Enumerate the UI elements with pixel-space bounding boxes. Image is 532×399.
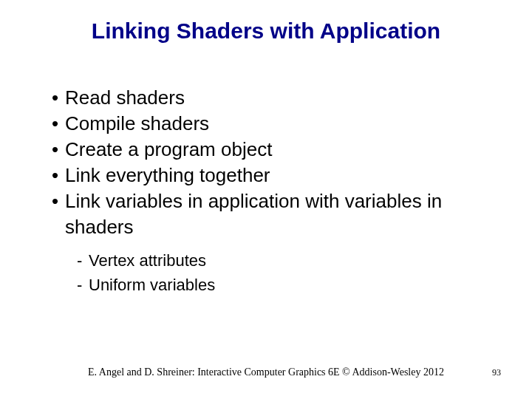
dash-icon: - [77, 273, 89, 297]
bullet-item: • Read shaders [52, 85, 488, 111]
bullet-text: Link everything together [65, 163, 488, 188]
bullet-icon: • [52, 111, 65, 137]
bullet-text: Link variables in application with varia… [65, 188, 488, 240]
slide-title: Linking Shaders with Application [0, 18, 532, 44]
dash-icon: - [77, 248, 89, 273]
bullet-item: • Create a program object [52, 137, 488, 163]
bullet-item: • Link variables in application with var… [52, 188, 488, 240]
bullet-text: Read shaders [65, 85, 488, 111]
bullet-text: Create a program object [65, 137, 488, 163]
footer-text: E. Angel and D. Shreiner: Interactive Co… [0, 366, 532, 378]
slide-body: • Read shaders • Compile shaders • Creat… [52, 85, 488, 297]
bullet-item: • Compile shaders [52, 111, 488, 137]
sub-bullet-text: Uniform variables [89, 273, 215, 297]
bullet-icon: • [52, 137, 65, 163]
sub-bullet-list: - Vertex attributes - Uniform variables [77, 248, 488, 297]
bullet-item: • Link everything together [52, 163, 488, 188]
page-number: 93 [492, 367, 501, 378]
bullet-icon: • [52, 85, 65, 111]
sub-bullet-item: - Uniform variables [77, 273, 488, 297]
sub-bullet-text: Vertex attributes [89, 248, 206, 273]
sub-bullet-item: - Vertex attributes [77, 248, 488, 273]
bullet-icon: • [52, 188, 65, 240]
bullet-text: Compile shaders [65, 111, 488, 137]
slide: Linking Shaders with Application • Read … [0, 0, 532, 399]
bullet-icon: • [52, 163, 65, 188]
